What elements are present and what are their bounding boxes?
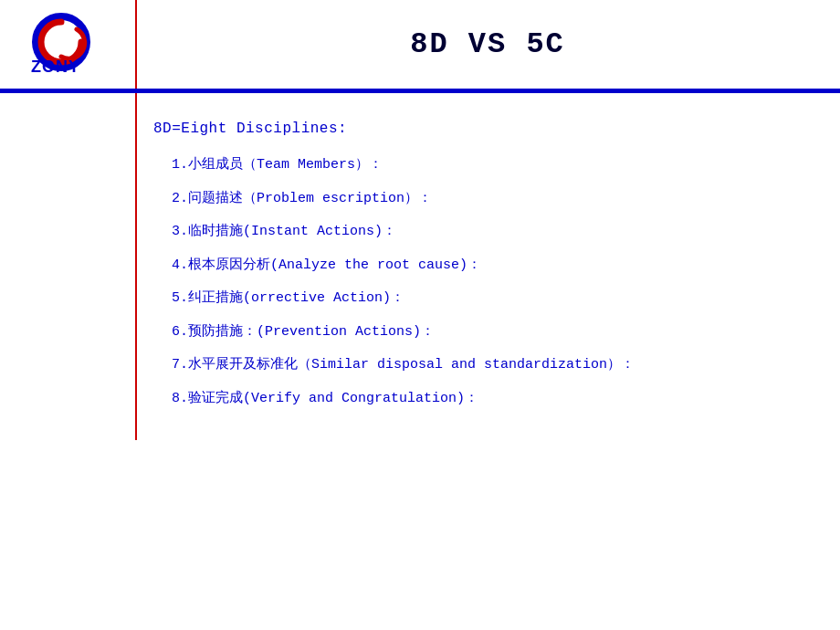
vertical-red-line	[135, 93, 137, 440]
discipline-item-5: 5.纠正措施(orrective Action)：	[153, 289, 803, 310]
page-container: ZONY 8D VS 5C 8D=Eight Disciplines: 1.小组…	[0, 0, 840, 630]
discipline-item-8: 8.验证完成(Verify and Congratulation)：	[153, 389, 803, 410]
discipline-item-6: 6.预防措施：(Prevention Actions)：	[153, 322, 803, 343]
logo-icon: ZONY	[26, 13, 109, 77]
discipline-item-1: 1.小组成员（Team Members）：	[153, 155, 803, 176]
page-title: 8D VS 5C	[410, 27, 565, 61]
discipline-item-7: 7.水平展开及标准化（Similar disposal and standard…	[153, 355, 803, 376]
content-wrapper: 8D=Eight Disciplines: 1.小组成员（Team Member…	[0, 93, 840, 440]
content-body: 8D=Eight Disciplines: 1.小组成员（Team Member…	[0, 111, 840, 409]
discipline-item-4: 4.根本原因分析(Analyze the root cause)：	[153, 256, 803, 277]
discipline-item-3: 3.临时措施(Instant Actions)：	[153, 222, 803, 243]
discipline-item-2: 2.问题描述（Problem escription）：	[153, 189, 803, 210]
discipline-list: 1.小组成员（Team Members）： 2.问题描述（Problem esc…	[153, 155, 803, 409]
title-area: 8D VS 5C	[135, 27, 840, 61]
intro-text: 8D=Eight Disciplines:	[153, 121, 803, 137]
logo-area: ZONY	[0, 0, 135, 89]
svg-text:ZONY: ZONY	[31, 58, 80, 76]
header: ZONY 8D VS 5C	[0, 0, 840, 91]
